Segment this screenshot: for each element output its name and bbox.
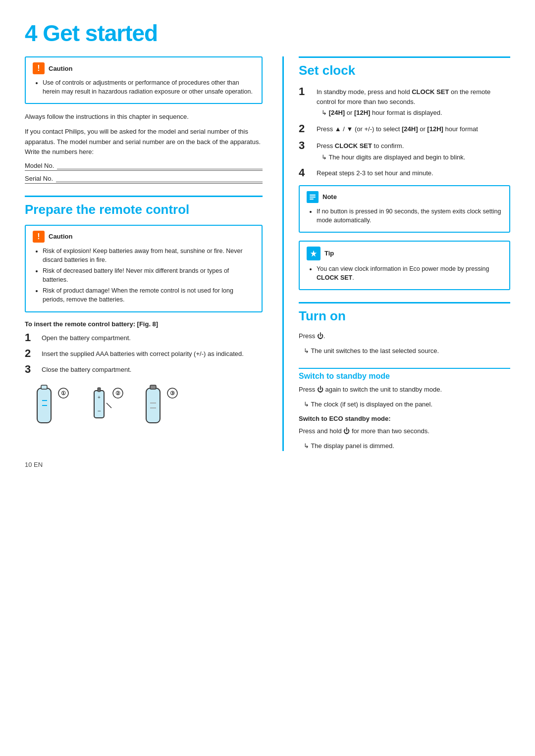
clock-step-text-3: Press CLOCK SET to confirm. The hour dig…: [317, 140, 465, 162]
remote-control-title: Prepare the remote control: [25, 196, 263, 217]
standby-text: Press ⏻ again to switch the unit to stan…: [299, 385, 510, 395]
set-clock-section: Set clock 1 In standby mode, press and h…: [299, 56, 510, 290]
battery-steps: 1 Open the battery compartment. 2 Insert…: [25, 332, 263, 376]
svg-rect-20: [310, 197, 316, 198]
battery-step-3: 3 Close the battery compartment.: [25, 363, 263, 375]
caution-remote-item-1: Risk of decreased battery life! Never mi…: [43, 266, 255, 284]
step-num-3: 3: [25, 363, 36, 375]
tip-star-icon: [310, 250, 318, 257]
note-box: Note If no button is pressed in 90 secon…: [299, 185, 510, 233]
caution-remote-item-2: Risk of product damage! When the remote …: [43, 286, 255, 304]
note-item-0: If no button is pressed in 90 seconds, t…: [317, 207, 502, 225]
caution-remote-item-0: Risk of explosion! Keep batteries away f…: [43, 247, 255, 264]
caution-header-2: ! Caution: [33, 231, 255, 243]
caution-box-1: ! Caution Use of controls or adjustments…: [25, 56, 263, 104]
model-label: Model No.: [25, 162, 54, 169]
model-field: Model No.: [25, 162, 263, 171]
svg-rect-7: [98, 388, 101, 392]
clock-step-3-sub: The hour digits are displayed and begin …: [317, 153, 465, 162]
clock-step-2: 2 Press ▲ / ▼ (or +/-) to select [24H] o…: [299, 123, 510, 135]
svg-rect-13: [146, 388, 160, 423]
tip-item-0: You can view clock information in Eco po…: [317, 264, 502, 282]
caution-header-1: ! Caution: [33, 62, 255, 74]
tip-header: Tip: [307, 247, 502, 260]
turn-on-section: Turn on Press ⏻. The unit switches to th…: [299, 302, 510, 356]
intro-text-1: Always follow the instructions in this c…: [25, 112, 263, 122]
note-lines-icon: [309, 193, 317, 201]
svg-rect-14: [150, 385, 156, 389]
caution-icon-1: !: [33, 62, 45, 74]
eco-standby-title: Switch to ECO standby mode:: [299, 415, 510, 422]
battery-svg-3: ③: [134, 383, 183, 433]
left-column: ! Caution Use of controls or adjustments…: [25, 56, 263, 441]
caution-icon-2: !: [33, 231, 45, 243]
svg-text:−: −: [97, 407, 101, 414]
caution-label-1: Caution: [49, 65, 72, 72]
serial-underline: [56, 182, 263, 182]
step-num-1: 1: [25, 332, 36, 344]
tip-list: You can view clock information in Eco po…: [307, 264, 502, 282]
clock-step-text-2: Press ▲ / ▼ (or +/-) to select [24H] or …: [317, 123, 478, 134]
clock-step-num-2: 2: [299, 123, 310, 135]
eco-standby-sub: The display panel is dimmed.: [299, 441, 510, 451]
turn-on-press: Press ⏻.: [299, 331, 510, 341]
clock-step-num-4: 4: [299, 167, 310, 179]
battery-step-2: 2 Insert the supplied AAA batteries with…: [25, 348, 263, 359]
turn-on-title: Turn on: [299, 302, 510, 324]
tip-icon: [307, 247, 321, 260]
note-list: If no button is pressed in 90 seconds, t…: [307, 207, 502, 225]
step-num-2: 2: [25, 348, 36, 359]
eco-standby-text: Press and hold ⏻ for more than two secon…: [299, 426, 510, 436]
step-text-1: Open the battery compartment.: [42, 332, 131, 343]
tip-label: Tip: [324, 250, 334, 257]
caution-label-2: Caution: [49, 233, 72, 240]
page-footer: 10 EN: [25, 461, 510, 468]
svg-text:+: +: [98, 395, 101, 400]
step-text-3: Close the battery compartment.: [42, 363, 131, 375]
caution-list-2: Risk of explosion! Keep batteries away f…: [33, 247, 255, 304]
svg-rect-1: [41, 385, 47, 389]
turn-on-sub: The unit switches to the last selected s…: [299, 346, 510, 356]
note-header: Note: [307, 191, 502, 203]
caution-box-2: ! Caution Risk of explosion! Keep batter…: [25, 225, 263, 312]
battery-svg-1: ①: [25, 383, 74, 433]
intro-text-2: If you contact Philips, you will be aske…: [25, 127, 263, 156]
page-title: 4 Get started: [25, 20, 510, 47]
right-column: Set clock 1 In standby mode, press and h…: [282, 56, 510, 451]
set-clock-title: Set clock: [299, 56, 510, 78]
clock-steps: 1 In standby mode, press and hold CLOCK …: [299, 86, 510, 179]
clock-step-1-main: In standby mode, press and hold CLOCK SE…: [317, 88, 490, 105]
clock-step-1: 1 In standby mode, press and hold CLOCK …: [299, 86, 510, 118]
caution-item-1-0: Use of controls or adjustments or perfor…: [43, 78, 255, 96]
note-label: Note: [322, 193, 337, 201]
step-text-2: Insert the supplied AAA batteries with c…: [42, 348, 244, 359]
svg-rect-19: [310, 195, 316, 196]
clock-step-1-sub: [24H] or [12H] hour format is displayed.: [317, 108, 510, 118]
svg-line-10: [107, 403, 111, 408]
clock-step-text-4: Repeat steps 2-3 to set hour and minute.: [317, 167, 433, 178]
remote-control-section: Prepare the remote control ! Caution Ris…: [25, 196, 263, 433]
standby-sub: The clock (if set) is displayed on the p…: [299, 400, 510, 409]
standby-title: Switch to standby mode: [299, 368, 510, 381]
clock-step-4: 4 Repeat steps 2-3 to set hour and minut…: [299, 167, 510, 179]
serial-field: Serial No.: [25, 175, 263, 184]
battery-svg-2: + − ②: [79, 383, 129, 433]
standby-section: Switch to standby mode Press ⏻ again to …: [299, 368, 510, 451]
tip-box: Tip You can view clock information in Ec…: [299, 241, 510, 290]
caution-list-1: Use of controls or adjustments or perfor…: [33, 78, 255, 96]
model-underline: [57, 169, 263, 169]
battery-subheading: To insert the remote control battery: [F…: [25, 320, 263, 328]
note-icon: [307, 191, 319, 203]
clock-step-3: 3 Press CLOCK SET to confirm. The hour d…: [299, 140, 510, 162]
battery-step-1: 1 Open the battery compartment.: [25, 332, 263, 344]
clock-step-num-3: 3: [299, 140, 310, 151]
svg-text:②: ②: [115, 390, 120, 396]
clock-step-text-1: In standby mode, press and hold CLOCK SE…: [317, 86, 510, 118]
svg-rect-21: [310, 199, 314, 200]
svg-text:①: ①: [61, 390, 66, 396]
svg-text:③: ③: [170, 390, 175, 396]
battery-diagram: ① + − ②: [25, 383, 263, 433]
serial-label: Serial No.: [25, 175, 53, 182]
clock-step-num-1: 1: [299, 86, 310, 98]
